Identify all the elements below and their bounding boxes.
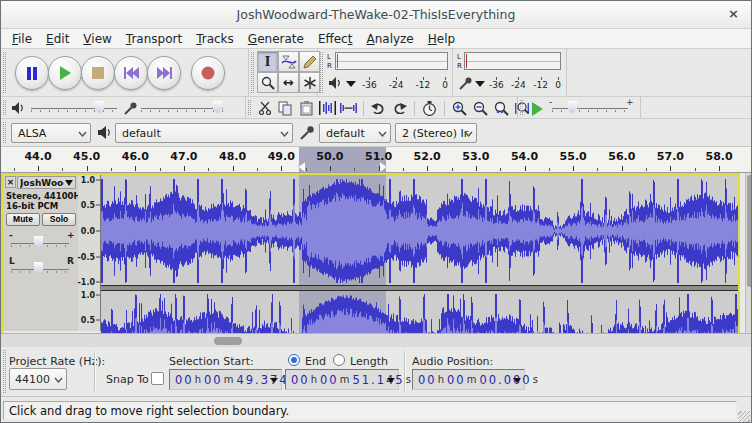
menu-help[interactable]: Help [421, 31, 462, 47]
copy-button[interactable] [275, 99, 296, 118]
playback-meter-bars[interactable] [335, 52, 448, 70]
recording-device-select[interactable]: default [319, 123, 391, 143]
time-digits[interactable]: 00.000 [479, 373, 531, 387]
paste-button[interactable] [296, 99, 317, 118]
track-close-button[interactable]: × [5, 176, 16, 188]
horizontal-scrollbar[interactable] [1, 333, 751, 347]
snap-to-checkbox[interactable] [151, 372, 164, 385]
toolbar-grip[interactable] [3, 122, 6, 143]
vertical-scrollbar[interactable] [745, 173, 752, 333]
skip-to-start-button[interactable] [114, 56, 148, 90]
window-close-button[interactable]: × [728, 6, 739, 21]
track-menu-arrow-icon[interactable] [65, 180, 73, 186]
playback-meter-toolbar[interactable]: L R -36-24-120 [318, 49, 453, 96]
toolbar-grip[interactable] [320, 52, 323, 93]
redo-button[interactable] [389, 99, 410, 118]
time-digits[interactable]: 51.145 [352, 373, 404, 387]
play-button[interactable] [48, 56, 82, 90]
selection-boundary-arrow-icon[interactable] [380, 162, 387, 172]
menu-edit[interactable]: Edit [39, 31, 76, 47]
undo-button[interactable] [368, 99, 389, 118]
sync-lock-button[interactable] [419, 99, 440, 118]
vertical-scrollbar-thumb[interactable] [747, 175, 752, 287]
recording-volume-slider[interactable] [141, 108, 223, 109]
silence-audio-button[interactable] [338, 99, 359, 118]
recording-meter-bars[interactable] [464, 52, 561, 70]
menu-generate[interactable]: Generate [241, 31, 311, 47]
cut-button[interactable] [254, 99, 275, 118]
menu-file[interactable]: File [5, 31, 39, 47]
playback-device-select[interactable]: default [115, 123, 293, 143]
time-digits[interactable]: 00 [418, 373, 437, 387]
resize-grip[interactable] [738, 411, 750, 423]
vertical-ruler[interactable]: 1.00.50.0-0.5-1.01.00.5 [78, 175, 101, 331]
time-digits[interactable]: 00 [291, 373, 310, 387]
selection-start-field[interactable]: 00h00m49.374s [169, 369, 282, 390]
envelope-tool-button[interactable] [278, 51, 299, 72]
draw-tool-button[interactable] [299, 51, 320, 72]
playback-volume-slider[interactable] [31, 108, 117, 109]
gain-slider-thumb[interactable] [34, 236, 43, 249]
timeline-ruler[interactable]: 44.045.046.047.048.049.050.051.052.053.0… [1, 147, 751, 173]
fit-selection-button[interactable] [491, 99, 512, 118]
skip-to-end-button[interactable] [147, 56, 181, 90]
time-field-dropdown-arrow[interactable] [270, 378, 278, 383]
play-speed-thumb[interactable] [568, 101, 577, 114]
recording-meter-toolbar[interactable]: L R -36-24-120 [453, 49, 567, 96]
title-bar[interactable]: JoshWoodward-TheWake-02-ThisIsEverything… [1, 1, 751, 29]
waveform-canvas[interactable] [101, 175, 738, 333]
horizontal-scrollbar-thumb[interactable] [214, 337, 242, 345]
pause-button[interactable] [15, 56, 49, 90]
playback-volume-thumb[interactable] [95, 101, 104, 114]
vruler-label: 1.0 [81, 176, 95, 185]
toolbar-grip[interactable] [251, 52, 254, 93]
time-digits[interactable]: 00 [204, 373, 223, 387]
menu-effect[interactable]: Effect [311, 31, 360, 47]
selection-end-field[interactable]: 00h00m51.145s [285, 369, 399, 390]
time-field-dropdown-arrow[interactable] [513, 378, 521, 383]
toolbar-grip[interactable] [3, 350, 6, 393]
mute-button[interactable]: Mute [6, 213, 40, 226]
recording-channels-select[interactable]: 2 (Stereo) Ir [395, 123, 477, 143]
zoom-in-button[interactable] [449, 99, 470, 118]
time-shift-tool-button[interactable]: ↔ [278, 72, 299, 93]
end-radio[interactable] [288, 354, 300, 366]
play-at-speed-button[interactable] [527, 99, 548, 118]
toolbar-grip[interactable] [3, 100, 6, 115]
multi-tool-button[interactable] [299, 72, 320, 93]
toolbar-separator [363, 101, 364, 116]
stop-button[interactable] [81, 56, 115, 90]
audio-host-select[interactable]: ALSA [11, 123, 91, 143]
project-rate-select[interactable]: 44100 [9, 368, 67, 390]
chevron-down-icon [54, 377, 63, 383]
recording-volume-thumb[interactable] [213, 101, 222, 114]
record-button[interactable] [191, 56, 225, 90]
zoom-tool-button[interactable] [257, 72, 278, 93]
ruler-tick [111, 168, 112, 171]
zoom-out-button[interactable] [470, 99, 491, 118]
time-field-dropdown-arrow[interactable] [387, 378, 395, 383]
meter-dropdown-arrow[interactable] [346, 81, 356, 87]
menu-transport[interactable]: Transport [119, 31, 189, 47]
play-speed-slider[interactable] [552, 108, 628, 109]
menu-analyze[interactable]: Analyze [359, 31, 420, 47]
track-title-bar[interactable]: JoshWoodwa [17, 176, 76, 189]
length-radio[interactable] [333, 354, 345, 366]
time-digits[interactable]: 00 [320, 373, 339, 387]
menu-view[interactable]: View [76, 31, 118, 47]
toolbar-grip[interactable] [248, 100, 251, 115]
toolbar-grip[interactable] [3, 52, 6, 93]
solo-button[interactable]: Solo [42, 213, 76, 226]
pan-slider-thumb[interactable] [34, 262, 43, 275]
meter-dropdown-arrow[interactable] [475, 81, 485, 87]
time-digits[interactable]: 00 [175, 373, 194, 387]
toolbar-grip[interactable] [520, 100, 523, 115]
selection-tool-button[interactable]: I [257, 51, 278, 72]
menu-tracks[interactable]: Tracks [189, 31, 241, 47]
selection-boundary-arrow-icon[interactable] [298, 162, 305, 172]
ruler-label: 47.0 [170, 150, 197, 163]
trim-audio-button[interactable] [317, 99, 338, 118]
time-digits[interactable]: 00 [447, 373, 466, 387]
audio-position-field[interactable]: 00h00m00.000s [412, 369, 525, 390]
time-digits[interactable]: 49.374 [236, 373, 288, 387]
